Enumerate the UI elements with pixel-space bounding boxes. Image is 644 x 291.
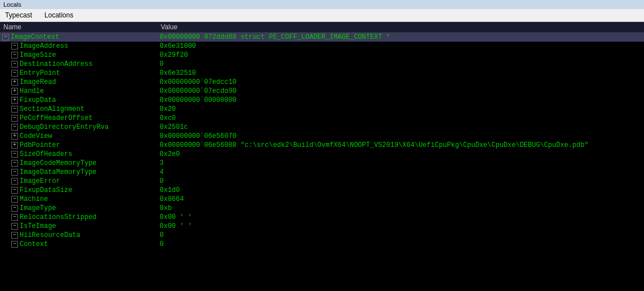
- row-value-cell: 0x00000000`07ecdo90: [157, 87, 644, 96]
- collapse-icon[interactable]: −: [11, 241, 18, 248]
- collapse-icon[interactable]: −: [11, 106, 18, 113]
- row-value-cell: 0x20: [157, 105, 644, 114]
- row-value-cell: 0x00 ' ': [157, 213, 644, 222]
- table-row[interactable]: −ImageError0: [0, 177, 644, 186]
- table-row[interactable]: −ImageCodeMemoryType3: [0, 159, 644, 168]
- row-value-cell: 0x00000000`07edcc10: [157, 78, 644, 87]
- collapse-icon[interactable]: −: [11, 70, 18, 77]
- row-name-text: ImageRead: [20, 78, 56, 86]
- col-header-name: Name: [0, 22, 157, 33]
- row-name-text: ImageSize: [20, 51, 56, 59]
- row-name-cell: +PdbPointer: [0, 141, 157, 150]
- expand-icon[interactable]: +: [11, 88, 18, 95]
- table-row[interactable]: −SectionAlignment0x20: [0, 105, 644, 114]
- table-row[interactable]: −PeCoffHeaderOffset0xc0: [0, 114, 644, 123]
- table-row[interactable]: −EntryPoint0x6e32510: [0, 69, 644, 78]
- row-name-text: SectionAlignment: [20, 105, 84, 113]
- table-row[interactable]: +CodeView0x00000000`06e56070: [0, 132, 644, 141]
- row-name-cell: −SizeOfHeaders: [0, 150, 157, 159]
- row-value-cell: 0x00000000`06e56070: [157, 132, 644, 141]
- collapse-icon[interactable]: −: [11, 232, 18, 239]
- table-row[interactable]: +ImageRead0x00000000`07edcc10: [0, 78, 644, 87]
- table-row[interactable]: −SizeOfHeaders0x2e0: [0, 150, 644, 159]
- collapse-icon[interactable]: −: [2, 34, 9, 41]
- table-row[interactable]: −IsTeImage0x00 ' ': [0, 222, 644, 231]
- menu-bar: Typecast Locations: [0, 9, 644, 22]
- row-value-cell: [157, 249, 644, 250]
- row-value-cell: 0xb: [157, 204, 644, 213]
- table-row[interactable]: −RelocationsStripped0x00 ' ': [0, 213, 644, 222]
- collapse-icon[interactable]: −: [11, 169, 18, 176]
- row-name-cell: +CodeView: [0, 132, 157, 141]
- row-name-text: RelocationsStripped: [20, 213, 97, 221]
- row-value-cell: 3: [157, 159, 644, 168]
- collapse-icon[interactable]: −: [11, 223, 18, 230]
- table-row[interactable]: [0, 249, 644, 250]
- collapse-icon[interactable]: −: [11, 214, 18, 221]
- row-value-cell: 0x1d0: [157, 186, 644, 195]
- row-name-cell: +ImageRead: [0, 78, 157, 87]
- collapse-icon[interactable]: −: [11, 205, 18, 212]
- row-value-cell: 0: [157, 231, 644, 240]
- locals-table-container: Name Value −ImageContext0x00000000`072dd…: [0, 22, 644, 284]
- menu-locations[interactable]: Locations: [43, 11, 75, 20]
- expand-icon[interactable]: +: [11, 133, 18, 140]
- row-name-text: FixupDataSize: [20, 186, 72, 194]
- row-value-cell: 0xc0: [157, 114, 644, 123]
- row-value-cell: 0: [157, 60, 644, 69]
- table-row[interactable]: +PdbPointer0x00000000`06e56088 "c:\src\e…: [0, 141, 644, 150]
- collapse-icon[interactable]: −: [11, 160, 18, 167]
- collapse-icon[interactable]: −: [11, 187, 18, 194]
- row-value-cell: 0x29f20: [157, 51, 644, 60]
- row-name-text: ImageContext: [11, 33, 59, 41]
- table-row[interactable]: −ImageSize0x29f20: [0, 51, 644, 60]
- row-value-cell: 0x00000000`072ddd88 struct PE_COFF_LOADE…: [157, 33, 644, 42]
- table-row[interactable]: −ImageDataMemoryType4: [0, 168, 644, 177]
- table-row[interactable]: −ImageContext0x00000000`072ddd88 struct …: [0, 33, 644, 42]
- table-row[interactable]: −DestinationAddress0: [0, 60, 644, 69]
- expand-icon[interactable]: +: [11, 79, 18, 86]
- title-bar: Locals: [0, 0, 644, 9]
- collapse-icon[interactable]: −: [11, 115, 18, 122]
- row-value-cell: 0x00 ' ': [157, 222, 644, 231]
- table-row[interactable]: −HiiResourceData0: [0, 231, 644, 240]
- row-name-text: ImageType: [20, 204, 56, 212]
- collapse-icon[interactable]: −: [11, 61, 18, 68]
- collapse-icon[interactable]: −: [11, 124, 18, 131]
- table-row[interactable]: −Context0: [0, 240, 644, 249]
- row-name-text: CodeView: [20, 132, 52, 140]
- row-name-text: ImageDataMemoryType: [20, 168, 97, 176]
- collapse-icon[interactable]: −: [11, 52, 18, 59]
- row-name-text: ImageCodeMemoryType: [20, 159, 97, 167]
- row-name-text: EntryPoint: [20, 69, 60, 77]
- row-name-cell: −IsTeImage: [0, 222, 157, 231]
- table-row[interactable]: −DebugDirectoryEntryRva0x2501c: [0, 123, 644, 132]
- expand-icon[interactable]: +: [11, 142, 18, 149]
- row-name-text: PeCoffHeaderOffset: [20, 114, 93, 122]
- table-row[interactable]: +FixupData0x00000000`00000000: [0, 96, 644, 105]
- row-name-cell: −Machine: [0, 195, 157, 204]
- collapse-icon[interactable]: −: [11, 151, 18, 158]
- locals-table: Name Value −ImageContext0x00000000`072dd…: [0, 22, 644, 250]
- row-name-cell: −DebugDirectoryEntryRva: [0, 123, 157, 132]
- row-name-text: DebugDirectoryEntryRva: [20, 123, 108, 131]
- table-row[interactable]: −FixupDataSize0x1d0: [0, 186, 644, 195]
- row-name-text: DestinationAddress: [20, 60, 93, 68]
- collapse-icon[interactable]: −: [11, 196, 18, 203]
- expand-icon[interactable]: +: [11, 97, 18, 104]
- table-row[interactable]: −ImageType0xb: [0, 204, 644, 213]
- row-name-cell: −PeCoffHeaderOffset: [0, 114, 157, 123]
- table-row[interactable]: +Handle0x00000000`07ecdo90: [0, 87, 644, 96]
- row-value-cell: 0x00000000`06e56088 "c:\src\edk2\Build\O…: [157, 141, 644, 150]
- row-value-cell: 0x2501c: [157, 123, 644, 132]
- row-name-text: Machine: [20, 195, 48, 203]
- row-value-cell: 0: [157, 177, 644, 186]
- row-name-text: PdbPointer: [20, 141, 60, 149]
- collapse-icon[interactable]: −: [11, 178, 18, 185]
- row-name-cell: −ImageDataMemoryType: [0, 168, 157, 177]
- table-row[interactable]: −Machine0x8664: [0, 195, 644, 204]
- menu-typecast[interactable]: Typecast: [3, 11, 34, 20]
- collapse-icon[interactable]: −: [11, 43, 18, 50]
- row-name-cell: [0, 249, 157, 250]
- table-row[interactable]: −ImageAddress0x6e31000: [0, 42, 644, 51]
